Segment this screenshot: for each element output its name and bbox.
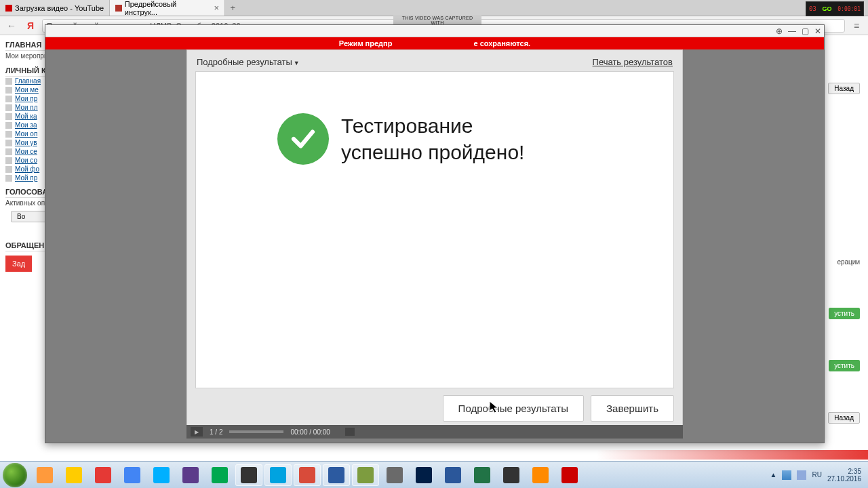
test-modal: ⊕ — ▢ ✕ Режим предпр е сохраняются. Подр… [45, 24, 825, 443]
volume-icon[interactable] [797, 470, 806, 480]
close-tab-icon[interactable]: × [214, 3, 220, 13]
browser-tab-strip: Загрузка видео - YouTube Предрейсовый ин… [0, 0, 868, 16]
site-icon [115, 5, 122, 12]
fullscreen-button[interactable] [345, 428, 355, 436]
ask-question-button[interactable]: Зад [5, 256, 32, 272]
preview-mode-banner: Режим предпр е сохраняются. [45, 37, 824, 49]
rec-timer: 0:00:01 [837, 6, 861, 12]
page-footer-stripe [0, 447, 868, 460]
network-icon[interactable] [782, 470, 791, 480]
browser-tab-1[interactable]: Загрузка видео - YouTube [0, 0, 110, 16]
result-panel: Тестирование успешно пройдено! [195, 71, 674, 388]
help-icon[interactable]: ⊕ [776, 26, 783, 36]
taskbar-app[interactable] [90, 464, 117, 486]
yandex-button[interactable]: Я [23, 18, 38, 33]
tray-expand-icon[interactable]: ▲ [770, 471, 777, 479]
tab-title: Загрузка видео - YouTube [15, 4, 104, 12]
operations-label: ерации [837, 257, 860, 267]
taskbar-app[interactable] [352, 464, 379, 486]
modal-titlebar: ⊕ — ▢ ✕ [45, 25, 824, 37]
taskbar-app[interactable] [31, 464, 58, 486]
run-button[interactable]: устить [829, 308, 860, 319]
maximize-icon[interactable]: ▢ [802, 26, 809, 36]
minimize-icon[interactable]: — [788, 26, 796, 36]
new-tab-button[interactable]: + [225, 0, 240, 16]
right-column: Назад ерации устить устить Назад [828, 83, 860, 424]
windows-taskbar: ▲ RU 2:35 27.10.2016 [0, 461, 868, 488]
taskbar-app[interactable] [264, 464, 292, 486]
taskbar-app[interactable] [439, 464, 467, 486]
taskbar-apps [31, 464, 583, 486]
youtube-icon [5, 5, 12, 12]
taskbar-app[interactable] [527, 464, 554, 486]
page-indicator: 1 / 2 [210, 428, 222, 436]
success-check-icon [277, 113, 329, 165]
menu-button[interactable]: ≡ [849, 18, 864, 33]
back-button[interactable]: ← [4, 18, 19, 33]
fps-counter: 03 [809, 5, 816, 12]
taskbar-app[interactable] [410, 464, 437, 486]
finish-button[interactable]: Завершить [591, 395, 674, 422]
taskbar-app[interactable] [556, 464, 583, 486]
clock[interactable]: 2:35 27.10.2016 [827, 468, 861, 483]
rec-go: GO [823, 5, 832, 12]
tab-title: Предрейсовый инструк... [125, 0, 208, 16]
taskbar-app[interactable] [206, 464, 233, 486]
taskbar-app[interactable] [323, 464, 350, 486]
taskbar-app[interactable] [469, 464, 496, 486]
modal-content: Подробные результаты▼ Печать результатов… [186, 49, 683, 429]
browser-tab-2[interactable]: Предрейсовый инструк... × [110, 0, 225, 16]
progress-track[interactable] [229, 430, 283, 433]
detailed-results-button[interactable]: Подробные результаты [443, 395, 584, 422]
taskbar-app[interactable] [294, 464, 321, 486]
taskbar-app[interactable] [119, 464, 146, 486]
start-button[interactable] [3, 463, 27, 487]
play-button[interactable]: ▶ [191, 427, 203, 436]
system-tray: ▲ RU 2:35 27.10.2016 [770, 468, 865, 483]
taskbar-app[interactable] [235, 464, 262, 486]
player-bar: ▶ 1 / 2 00:00 / 00:00 [186, 425, 683, 439]
language-indicator[interactable]: RU [812, 471, 821, 479]
taskbar-app[interactable] [177, 464, 204, 486]
recording-hud: 03 GO 0:00:01 [806, 1, 864, 16]
run-button[interactable]: устить [829, 360, 860, 371]
detailed-results-dropdown[interactable]: Подробные результаты▼ [197, 57, 300, 67]
back-button-1[interactable]: Назад [828, 83, 860, 94]
time-indicator: 00:00 / 00:00 [290, 428, 330, 436]
close-icon[interactable]: ✕ [814, 26, 821, 36]
back-button-2[interactable]: Назад [828, 412, 860, 424]
taskbar-app[interactable] [60, 464, 87, 486]
taskbar-app[interactable] [381, 464, 408, 486]
taskbar-app[interactable] [498, 464, 525, 486]
print-results-link[interactable]: Печать результатов [593, 57, 673, 67]
result-message: Тестирование успешно пройдено! [341, 113, 524, 165]
taskbar-app[interactable] [148, 464, 175, 486]
chevron-down-icon: ▼ [294, 60, 300, 66]
